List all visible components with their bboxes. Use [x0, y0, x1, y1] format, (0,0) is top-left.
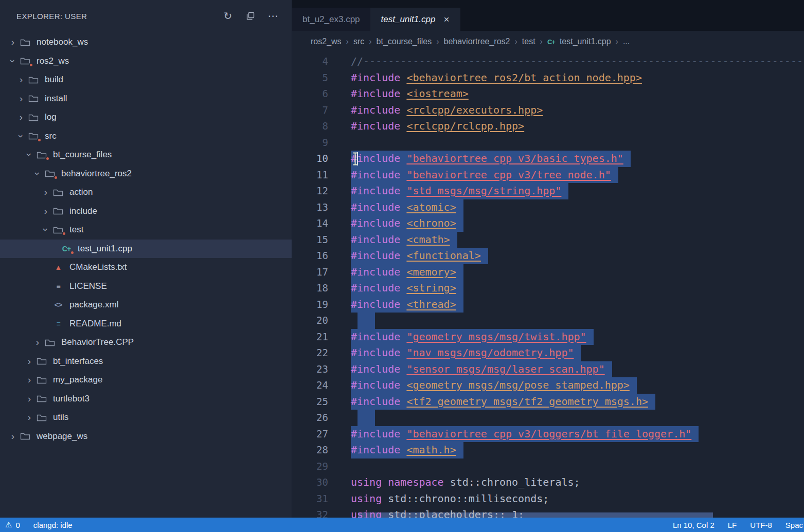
code-token: #include [351, 298, 400, 310]
code-token: #include [351, 282, 400, 294]
folder-icon [35, 356, 48, 367]
line-number: 11 [292, 167, 328, 184]
chevron-right-icon: › [40, 187, 51, 198]
code-token: "sensor_msgs/msg/laser_scan.hpp" [406, 363, 604, 375]
code-token [400, 120, 406, 132]
status-bar: ⚠ 0 clangd: idle Ln 10, Col 2 LF UTF-8 S… [0, 518, 804, 532]
tree-folder-behaviortree_ros2[interactable]: ›behaviortree_ros2 [0, 164, 292, 184]
code-token: <geometry_msgs/msg/pose_stamped.hpp> [406, 379, 629, 391]
code-line-8[interactable]: 8#include <rclcpp/rclcpp.hpp> [292, 118, 804, 135]
code-line-19[interactable]: 19#include <thread> [292, 297, 804, 313]
code-line-13[interactable]: 13#include <atomic> [292, 199, 804, 216]
code-line-7[interactable]: 7#include <rclcpp/executors.hpp> [292, 102, 804, 119]
tree-folder-log[interactable]: ›log [0, 108, 292, 127]
breadcrumb-item[interactable]: behaviortree_ros2 [444, 37, 510, 46]
code-line-25[interactable]: 25#include <tf2_geometry_msgs/tf2_geomet… [292, 394, 804, 410]
breadcrumb-item[interactable]: ros2_ws [311, 37, 342, 46]
tree-item-label: package.xml [69, 300, 118, 310]
tree-file-test_unit1.cpp[interactable]: C+test_unit1.cpp [0, 240, 292, 259]
tree-file-CMakeLists.txt[interactable]: ▲CMakeLists.txt [0, 258, 292, 277]
tree-folder-my_package[interactable]: ›my_package [0, 371, 292, 390]
tree-folder-build[interactable]: ›build [0, 70, 292, 89]
status-right: Ln 10, Col 2 LF UTF-8 Spac [673, 521, 803, 529]
tree-folder-BehaviorTree.CPP[interactable]: ›BehaviorTree.CPP [0, 333, 292, 352]
indentation-indicator[interactable]: Spac [785, 521, 803, 529]
code-line-29[interactable]: 29 [292, 458, 804, 475]
code-line-20[interactable]: 20 [292, 313, 804, 329]
chevron-right-icon: › [514, 37, 517, 46]
encoding-indicator[interactable]: UTF-8 [750, 521, 772, 529]
language-server-status[interactable]: clangd: idle [33, 521, 73, 529]
code-token: #include [351, 331, 400, 343]
breadcrumb-item[interactable]: src [353, 37, 364, 46]
tree-item-label: include [69, 206, 97, 216]
tree-item-label: install [45, 94, 67, 104]
code-line-10[interactable]: 10#include "behaviortree_cpp_v3/basic_ty… [292, 151, 804, 167]
code-line-23[interactable]: 23#include "sensor_msgs/msg/laser_scan.h… [292, 361, 804, 378]
code-token [400, 379, 406, 391]
eol-indicator[interactable]: LF [728, 521, 737, 529]
tree-folder-bt_interfaces[interactable]: ›bt_interfaces [0, 352, 292, 371]
chevron-down-icon: › [15, 131, 27, 142]
breadcrumb-item[interactable]: test_unit1.cpp [560, 37, 611, 46]
problems-indicator[interactable]: ⚠ 0 [5, 520, 20, 529]
folder-icon [35, 393, 48, 405]
cursor-position-indicator[interactable]: Ln 10, Col 2 [673, 521, 714, 529]
tree-file-LICENSE[interactable]: ≡LICENSE [0, 277, 292, 296]
code-line-5[interactable]: 5#include <behaviortree_ros2/bt_action_n… [292, 70, 804, 86]
code-line-30[interactable]: 30using namespace std::chrono_literals; [292, 474, 804, 491]
cmake-file-icon: ▲ [51, 262, 65, 273]
tab-test_unit1.cpp[interactable]: test_unit1.cpp× [371, 8, 460, 31]
code-line-12[interactable]: 12#include "std_msgs/msg/string.hpp" [292, 183, 804, 199]
tree-item-label: build [45, 75, 63, 85]
code-line-28[interactable]: 28#include <math.h> [292, 442, 804, 458]
code-line-15[interactable]: 15#include <cmath> [292, 232, 804, 248]
code-line-17[interactable]: 17#include <memory> [292, 264, 804, 281]
code-token: <string> [406, 282, 456, 294]
code-token: #include [351, 444, 400, 456]
breadcrumb-item[interactable]: test [522, 37, 535, 46]
file-glyph: C+ [62, 245, 70, 253]
tree-folder-ros2_ws[interactable]: ›ros2_ws [0, 52, 292, 71]
breadcrumb-item[interactable]: ... [623, 37, 630, 46]
code-line-6[interactable]: 6#include <iostream> [292, 86, 804, 102]
code-line-24[interactable]: 24#include <geometry_msgs/msg/pose_stamp… [292, 377, 804, 394]
code-line-27[interactable]: 27#include "behaviortree_cpp_v3/loggers/… [292, 426, 804, 443]
code-token [400, 152, 406, 164]
code-line-31[interactable]: 31using std::chrono::milliseconds; [292, 491, 804, 507]
code-line-16[interactable]: 16#include <functional> [292, 248, 804, 264]
tree-folder-webpage_ws[interactable]: ›webpage_ws [0, 427, 292, 446]
code-line-21[interactable]: 21#include "geometry_msgs/msg/twist.hpp" [292, 329, 804, 345]
code-line-14[interactable]: 14#include <chrono> [292, 215, 804, 232]
chevron-right-icon: › [369, 37, 371, 46]
code-line-26[interactable]: 26 [292, 410, 804, 426]
split-editor-icon[interactable] [239, 7, 262, 25]
code-area[interactable]: 4//-------------------------------------… [292, 52, 804, 518]
tree-file-README.md[interactable]: ≡README.md [0, 315, 292, 334]
code-line-11[interactable]: 11#include "behaviortree_cpp_v3/tree_nod… [292, 167, 804, 184]
code-line-4[interactable]: 4//-------------------------------------… [292, 53, 804, 70]
tree-folder-test[interactable]: ›test [0, 221, 292, 240]
tree-folder-bt_course_files[interactable]: ›bt_course_files [0, 145, 292, 164]
close-icon[interactable]: × [443, 14, 449, 25]
tree-folder-include[interactable]: ›include [0, 202, 292, 221]
refresh-icon[interactable]: ↻ [217, 7, 239, 25]
tab-bt_u2_ex3.cpp[interactable]: bt_u2_ex3.cpp [292, 8, 371, 31]
more-actions-icon[interactable]: ⋯ [262, 7, 284, 25]
tree-file-package.xml[interactable]: <>package.xml [0, 296, 292, 315]
code-line-9[interactable]: 9 [292, 135, 804, 151]
tree-folder-action[interactable]: ›action [0, 183, 292, 202]
line-text: #include <rclcpp/executors.hpp> [351, 102, 543, 119]
code-token: <rclcpp/rclcpp.hpp> [406, 120, 524, 132]
tree-folder-src[interactable]: ›src [0, 127, 292, 146]
tree-folder-utils[interactable]: ›utils [0, 408, 292, 427]
tree-item-label: log [45, 112, 57, 122]
code-line-22[interactable]: 22#include "nav_msgs/msg/odometry.hpp" [292, 345, 804, 361]
breadcrumb-item[interactable]: bt_course_files [377, 37, 432, 46]
tree-folder-notebook_ws[interactable]: ›notebook_ws [0, 33, 292, 52]
cpp-file-icon: C+ [60, 243, 73, 254]
cpp-file-icon: C+ [547, 38, 555, 46]
tree-folder-install[interactable]: ›install [0, 89, 292, 108]
tree-folder-turtlebot3[interactable]: ›turtlebot3 [0, 390, 292, 409]
code-line-18[interactable]: 18#include <string> [292, 280, 804, 297]
